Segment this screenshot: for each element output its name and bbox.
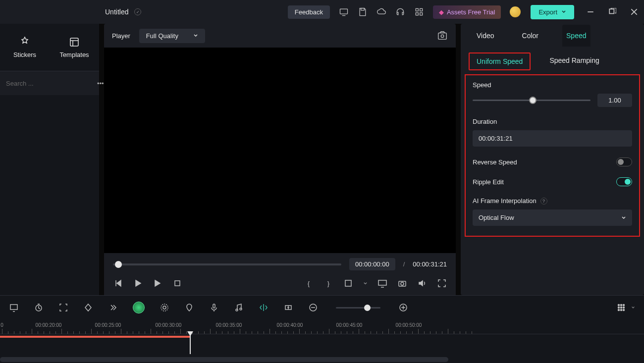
tl-split-icon[interactable] [259, 303, 268, 312]
play-button[interactable] [133, 278, 143, 288]
scrub-slider[interactable] [113, 263, 341, 265]
chevron-down-icon [621, 215, 626, 220]
svg-rect-4 [416, 13, 418, 15]
mark-in-icon[interactable]: { [304, 278, 314, 288]
svg-point-25 [618, 305, 620, 306]
svg-rect-1 [361, 8, 365, 10]
quality-select[interactable]: Full Quality [139, 29, 205, 43]
sub-tab-uniform[interactable]: Uniform Speed [469, 52, 531, 70]
reverse-toggle[interactable] [616, 157, 632, 166]
svg-point-9 [441, 35, 444, 38]
sub-tab-ramping[interactable]: Speed Ramping [542, 52, 606, 70]
tab-color[interactable]: Color [518, 25, 542, 47]
templates-tab[interactable]: Templates [50, 24, 99, 71]
time-sep: / [403, 260, 405, 268]
titlebar: Untitled ✓ Feedback ◆Assets Free Trial E… [0, 0, 644, 24]
timeline-track[interactable] [0, 334, 644, 354]
tl-timer-icon[interactable] [34, 303, 44, 312]
clip[interactable] [0, 336, 190, 338]
templates-icon [68, 36, 80, 48]
chevron-down-icon[interactable] [631, 306, 635, 310]
volume-icon[interactable] [417, 278, 427, 288]
tl-grid-icon[interactable] [616, 303, 626, 312]
svg-point-29 [621, 307, 622, 309]
save-icon[interactable] [358, 7, 368, 17]
close-button[interactable] [630, 8, 638, 16]
svg-rect-6 [609, 9, 614, 13]
export-button[interactable]: Export [531, 5, 574, 19]
cloud-icon[interactable] [376, 7, 386, 17]
stickers-icon [19, 36, 31, 48]
svg-rect-0 [340, 9, 347, 14]
tl-zoom-in-icon[interactable] [398, 303, 408, 312]
mark-out-icon[interactable]: } [323, 278, 333, 288]
theme-icon[interactable] [510, 6, 521, 17]
apps-icon[interactable] [414, 7, 424, 17]
tab-speed[interactable]: Speed [562, 25, 590, 47]
ripple-toggle[interactable] [616, 177, 632, 186]
tab-video[interactable]: Video [473, 25, 498, 47]
more-icon[interactable]: ••• [97, 78, 104, 88]
duration-label: Duration [473, 118, 632, 125]
stickers-tab[interactable]: Stickers [0, 24, 50, 71]
svg-point-17 [163, 306, 166, 309]
prev-frame-button[interactable] [113, 278, 123, 288]
chevron-down-icon [193, 33, 198, 38]
tl-zoom-out-icon[interactable] [308, 303, 318, 312]
stop-button[interactable] [172, 278, 182, 288]
svg-rect-11 [345, 280, 351, 286]
chevron-down-icon[interactable] [363, 281, 368, 286]
svg-point-18 [161, 304, 168, 311]
svg-point-14 [401, 282, 404, 285]
tl-music-icon[interactable] [234, 303, 244, 312]
playhead[interactable] [190, 334, 191, 354]
tl-expand-icon[interactable] [108, 303, 118, 312]
interp-label: AI Frame Interpolation [473, 197, 537, 205]
svg-rect-5 [420, 13, 423, 15]
svg-point-21 [240, 308, 242, 310]
tl-focus-icon[interactable] [58, 303, 68, 312]
time-total: 00:00:31:21 [413, 260, 447, 268]
fullscreen-icon[interactable] [437, 278, 447, 288]
zoom-slider[interactable] [336, 307, 380, 309]
maximize-button[interactable] [608, 8, 616, 16]
snapshot-icon[interactable] [437, 30, 448, 41]
search-input[interactable] [6, 80, 89, 87]
svg-rect-2 [416, 8, 418, 11]
speed-value[interactable]: 1.00 [597, 94, 632, 107]
feedback-button[interactable]: Feedback [288, 5, 330, 19]
reverse-label: Reverse Speed [473, 158, 517, 166]
tl-screenshot-icon[interactable] [9, 303, 19, 312]
tl-marker-icon[interactable] [184, 303, 194, 312]
help-icon[interactable]: ? [540, 198, 547, 205]
display-icon[interactable] [339, 7, 349, 17]
interp-select[interactable]: Optical Flow [473, 209, 632, 226]
tl-effects-icon[interactable] [160, 303, 169, 312]
crop-icon[interactable] [343, 278, 353, 288]
timeline-ruler[interactable]: 0 00:00:20:00 00:00:25:00 00:00:30:00 00… [0, 319, 644, 334]
time-current: 00:00:00:00 [349, 258, 395, 270]
timeline-scrollbar[interactable] [0, 357, 448, 362]
tl-avatar-icon[interactable] [133, 302, 145, 313]
video-preview[interactable] [104, 48, 456, 253]
tl-keyframe-icon[interactable] [83, 303, 93, 312]
camera-icon[interactable] [397, 278, 407, 288]
svg-rect-15 [10, 305, 17, 310]
support-icon[interactable] [395, 7, 405, 17]
minimize-button[interactable] [587, 8, 594, 16]
tl-insert-icon[interactable] [283, 303, 293, 312]
next-frame-button[interactable] [153, 278, 162, 288]
speed-slider[interactable] [473, 100, 590, 101]
output-display-icon[interactable] [377, 278, 387, 288]
tl-mic-icon[interactable] [209, 303, 219, 312]
svg-rect-10 [175, 281, 180, 286]
trial-button[interactable]: ◆Assets Free Trial [433, 5, 501, 19]
media-panel: Stickers Templates ••• [0, 24, 99, 295]
duration-input[interactable]: 00:00:31:21 [473, 130, 632, 147]
player-label: Player [112, 32, 130, 40]
svg-rect-3 [420, 8, 423, 11]
chevron-down-icon [561, 9, 566, 14]
svg-rect-8 [438, 33, 447, 40]
project-title: Untitled [105, 8, 128, 16]
svg-rect-12 [378, 280, 386, 285]
